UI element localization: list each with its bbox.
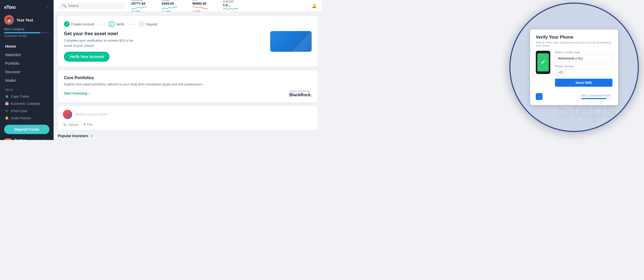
search-bar[interactable]: 🔍 [59, 3, 126, 9]
ticker-price: 20777.94 [131, 2, 145, 5]
poll-label: Poll [87, 123, 92, 127]
blackrock-branding: Using models by BlackRock. [289, 90, 312, 97]
sidebar-item-economic-calendar[interactable]: 📅 Economic Calendar [0, 100, 54, 107]
market-tickers: NSDQ100 20777.94 +0.35% UK100 8268.65 +1… [131, 0, 306, 13]
blackrock-brand-label: BlackRock. [289, 93, 312, 97]
step-divider-1 [98, 24, 105, 24]
btc-sparkline [192, 5, 208, 10]
step-circle-verify: 2 [109, 21, 114, 27]
promo-description: Complete your verification to receive $1… [64, 38, 136, 48]
profile-progress-section: 80% Complete Complete Profile [0, 26, 54, 40]
step-label-create: Create Account [71, 22, 94, 26]
eurusd-sparkline [223, 7, 238, 12]
sidebar-user-section: 🧑 Test Test [0, 13, 54, 26]
notification-bell-icon[interactable]: 🔔 [312, 3, 317, 8]
step-create-account: ✓ Create Account [64, 21, 94, 27]
copy-trader-label: Copy Trader [11, 94, 30, 98]
ticker-price: 8268.65 [162, 2, 174, 5]
more-section-label: More [0, 86, 54, 92]
chevron-down-icon: ∨ [90, 134, 93, 138]
calendar-icon: 📅 [5, 101, 9, 106]
poll-button[interactable]: ⚑ Poll [83, 123, 92, 127]
onboarding-promo: Get your free asset now! Complete your v… [64, 31, 312, 62]
social-post-card: What's on your mind? 📎 Upload ⚑ Poll [58, 106, 318, 130]
complete-profile-link[interactable]: Complete Profile [4, 34, 49, 38]
ticker-price: 1.0... [223, 3, 230, 7]
club-icon: ◎ [5, 109, 9, 113]
etoro-club-label: eToro Club [11, 109, 27, 113]
step-label-deposit: Deposit [146, 22, 157, 26]
etoro-logo: eToro [4, 4, 16, 10]
search-input[interactable] [68, 4, 120, 8]
step-deposit: 3 Deposit [139, 21, 157, 27]
sidebar-item-copy-trader[interactable]: ▣ Copy Trader [0, 93, 54, 100]
sidebar-item-portfolio[interactable]: Portfolio [0, 59, 54, 68]
trading-guide-icon: ◆ [4, 138, 12, 140]
progress-percent-label: 80% Complete [4, 27, 49, 31]
step-label-verify: Verify [116, 22, 125, 26]
sidebar-sub-items: ▣ Copy Trader 📅 Economic Calendar ◎ eTor… [0, 92, 54, 122]
main-content: 🔍 NSDQ100 20777.94 +0.35% UK100 8268.65 [54, 0, 322, 140]
verify-account-button[interactable]: Verify Your Account [64, 52, 109, 62]
promo-headline: Get your free asset now! [64, 31, 136, 36]
invite-icon: 🔔 [5, 116, 9, 120]
sidebar-footer: ◆ TradingGuide Switch to Virtual › [0, 136, 54, 140]
invite-friends-label: Invite Friends [11, 116, 31, 120]
avatar: 🧑 [4, 15, 14, 25]
promo-graphic [270, 31, 312, 52]
economic-calendar-label: Economic Calendar [11, 102, 40, 106]
social-avatar [63, 110, 72, 119]
sidebar-item-wallet[interactable]: Wallet [0, 76, 54, 85]
step-circle-deposit: 3 [139, 21, 144, 27]
nsdq100-sparkline [131, 5, 147, 10]
collapse-button[interactable]: ← [46, 5, 49, 9]
ticker-btc: BTC 96980.40 -1.43% [192, 0, 216, 13]
sidebar-item-home[interactable]: Home [0, 42, 54, 50]
trading-guide-section[interactable]: ◆ TradingGuide [4, 138, 26, 140]
ticker-price: 96980.40 [192, 2, 206, 5]
sidebar-item-discover[interactable]: Discover [0, 68, 54, 76]
deposit-funds-button[interactable]: Deposit Funds [4, 125, 49, 134]
ticker-uk100: UK100 8268.65 +1.10% [162, 0, 185, 13]
sidebar-item-watchlist[interactable]: Watchlist [0, 50, 54, 59]
sidebar-item-invite-friends[interactable]: 🔔 Invite Friends [0, 114, 54, 122]
topbar: 🔍 NSDQ100 20777.94 +0.35% UK100 8268.65 [54, 0, 322, 12]
social-input-row: What's on your mind? [63, 110, 313, 119]
upload-label: Upload [68, 123, 78, 127]
content-area: ✓ Create Account 2 Verify 3 Deposit Get … [54, 12, 322, 140]
promo-triangle-decoration [291, 31, 312, 52]
onboarding-card: ✓ Create Account 2 Verify 3 Deposit Get … [58, 16, 318, 67]
step-circle-create: ✓ [64, 21, 70, 27]
trading-guide-label: TradingGuide [14, 138, 26, 140]
search-icon: 🔍 [62, 4, 67, 8]
sidebar-item-etoro-club[interactable]: ◎ eToro Club [0, 107, 54, 114]
uk100-sparkline [162, 5, 177, 10]
upload-icon: 📎 [63, 123, 67, 127]
core-portfolios-title: Core Portfolios [64, 76, 312, 80]
onboarding-steps: ✓ Create Account 2 Verify 3 Deposit [64, 21, 312, 27]
social-input-placeholder[interactable]: What's on your mind? [75, 112, 313, 116]
poll-icon: ⚑ [83, 123, 86, 127]
using-models-by-label: Using models by [289, 90, 312, 93]
username-label: Test Test [17, 18, 33, 22]
promo-text: Get your free asset now! Complete your v… [64, 31, 136, 62]
upload-button[interactable]: 📎 Upload [63, 123, 78, 127]
ticker-name: EURUSD [223, 0, 234, 3]
popular-investors-label: Popular Investors [58, 134, 88, 138]
switch-to-virtual-button[interactable]: Switch to Virtual › [26, 139, 49, 140]
step-verify: 2 Verify [109, 21, 125, 27]
sidebar: eToro ← 🧑 Test Test 80% Complete Complet… [0, 0, 54, 140]
step-divider-2 [128, 24, 135, 24]
ticker-nsdq100: NSDQ100 20777.94 +0.35% [131, 0, 155, 13]
progress-bar-fill [4, 32, 40, 33]
copy-trader-icon: ▣ [5, 94, 9, 98]
sidebar-header: eToro ← [0, 0, 54, 13]
start-investing-link[interactable]: Start Investing › [64, 91, 89, 95]
popular-investors-section[interactable]: Popular Investors ∨ [58, 134, 318, 138]
core-portfolios-card: Core Portfolios Explore five expert port… [58, 70, 318, 102]
core-portfolios-description: Explore five expert portfolios tailored … [64, 82, 312, 87]
social-actions: 📎 Upload ⚑ Poll [63, 122, 313, 127]
progress-bar-background [4, 32, 49, 33]
ticker-eurusd: EURUSD 1.0... [223, 0, 246, 12]
sidebar-navigation: Home Watchlist Portfolio Discover Wallet [0, 40, 54, 86]
